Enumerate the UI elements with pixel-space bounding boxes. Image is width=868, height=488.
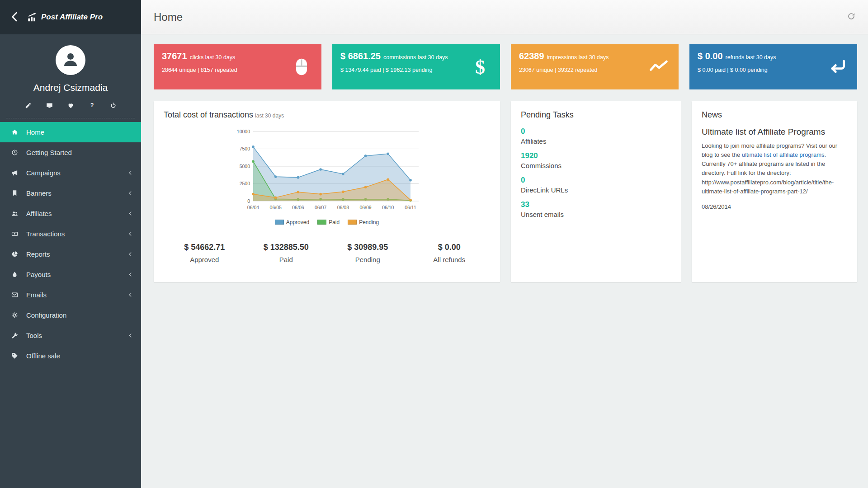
stat-card-clicks[interactable]: 37671clicks last 30 days 28644 unique | … — [154, 44, 321, 89]
svg-text:7500: 7500 — [240, 146, 250, 151]
svg-text:06/07: 06/07 — [315, 205, 326, 210]
dollar-icon: $ — [470, 57, 490, 77]
sidebar-item-label: Tools — [26, 332, 42, 339]
mouse-icon — [292, 57, 311, 77]
svg-text:2500: 2500 — [240, 181, 250, 186]
megaphone-icon — [11, 169, 26, 176]
legend-swatch — [317, 220, 326, 225]
total-label: Pending — [327, 256, 409, 263]
svg-text:06/11: 06/11 — [405, 205, 416, 210]
task-direclink-urls: 0 DirecLink URLs — [521, 176, 671, 194]
legend-swatch — [348, 220, 357, 225]
svg-text:06/08: 06/08 — [337, 205, 349, 210]
stat-card-impressions[interactable]: 62389impressions last 30 days 23067 uniq… — [511, 44, 679, 89]
task-unsent-emails: 33 Unsent emails — [521, 200, 671, 218]
task-commissions: 1920 Commissions — [521, 151, 671, 169]
clock-icon — [11, 149, 26, 156]
chart-legend: ApprovedPaidPending — [164, 219, 490, 225]
stat-card-commissions[interactable]: $ 6861.25commissions last 30 days $ 1347… — [332, 44, 500, 89]
sidebar-item-banners[interactable]: Banners — [0, 183, 141, 203]
sidebar-item-reports[interactable]: Reports — [0, 244, 141, 264]
sidebar-item-offline-sale[interactable]: Offline sale — [0, 346, 141, 366]
svg-text:06/06: 06/06 — [292, 205, 304, 210]
back-button[interactable] — [0, 10, 27, 24]
stat-label: refunds last 30 days — [726, 54, 776, 61]
banner-icon — [11, 190, 26, 197]
page-header: Home — [141, 0, 868, 34]
sidebar-item-emails[interactable]: Emails — [0, 285, 141, 305]
sidebar-item-affiliates[interactable]: Affiliates — [0, 203, 141, 224]
stat-detail: 23067 unique | 39322 repeated — [519, 67, 637, 73]
power-icon[interactable] — [110, 102, 117, 109]
stat-label: commissions last 30 days — [383, 54, 448, 61]
svg-text:10000: 10000 — [237, 129, 250, 134]
pencil-icon[interactable] — [25, 102, 32, 109]
svg-text:?: ? — [90, 102, 94, 108]
sidebar-item-payouts[interactable]: Payouts — [0, 264, 141, 285]
gear-icon — [11, 312, 26, 319]
chevron-left-icon — [128, 333, 133, 338]
transactions-totals: $ 54662.71 Approved $ 132885.50 Paid $ 3… — [164, 243, 490, 263]
task-label: Affiliates — [521, 137, 671, 145]
legend-swatch — [275, 220, 284, 225]
app-logo-text: Post Affiliate Pro — [41, 13, 103, 22]
monitor-icon[interactable] — [46, 102, 53, 109]
news-panel: News Ultimate list of Affiliate Programs… — [692, 101, 857, 282]
stat-value: $ 6861.25 — [340, 51, 381, 61]
task-label: Unsent emails — [521, 211, 671, 218]
avatar[interactable] — [56, 45, 85, 75]
total-label: Approved — [164, 256, 245, 263]
svg-text:06/05: 06/05 — [270, 205, 282, 210]
sidebar-item-transactions[interactable]: Transactions — [0, 224, 141, 244]
sidebar-item-getting-started[interactable]: Getting Started — [0, 142, 141, 163]
sidebar-item-tools[interactable]: Tools — [0, 325, 141, 346]
sidebar-item-configuration[interactable]: Configuration — [0, 305, 141, 325]
total-label: Paid — [245, 256, 327, 263]
sidebar-item-label: Emails — [26, 291, 47, 299]
quick-actions: ? — [0, 102, 141, 109]
sidebar-item-campaigns[interactable]: Campaigns — [0, 163, 141, 183]
sidebar-header: Post Affiliate Pro — [0, 0, 141, 34]
sidebar: Post Affiliate Pro Andrej Csizmadia ? Ho… — [0, 0, 141, 488]
legend-item-paid: Paid — [317, 219, 340, 225]
task-count[interactable]: 0 — [521, 127, 671, 136]
heart-icon[interactable] — [67, 102, 74, 109]
stat-value: $ 0.00 — [698, 51, 723, 61]
chevron-left-icon — [128, 252, 133, 257]
task-count[interactable]: 33 — [521, 200, 671, 209]
refresh-button[interactable] — [847, 12, 855, 22]
task-label: Commissions — [521, 162, 671, 169]
person-icon — [61, 49, 80, 71]
money-icon — [11, 230, 26, 237]
sidebar-item-label: Getting Started — [26, 149, 72, 156]
transactions-panel: Total cost of transactionslast 30 days 0… — [154, 101, 500, 282]
stat-value: 37671 — [162, 51, 187, 61]
sidebar-item-label: Offline sale — [26, 352, 60, 360]
news-link[interactable]: ultimate list of affiliate programs — [742, 151, 825, 158]
total-value: $ 0.00 — [409, 243, 491, 252]
app-logo[interactable]: Post Affiliate Pro — [27, 12, 103, 22]
task-count[interactable]: 0 — [521, 176, 671, 185]
chevron-left-icon — [128, 292, 133, 297]
panels-row: Total cost of transactionslast 30 days 0… — [154, 101, 857, 282]
pie-chart-icon — [11, 251, 26, 258]
stat-detail: $ 0.00 paid | $ 0.00 pending — [698, 67, 816, 73]
stat-card-refunds[interactable]: $ 0.00refunds last 30 days $ 0.00 paid |… — [689, 44, 857, 89]
chevron-left-icon — [128, 272, 133, 277]
home-icon — [11, 129, 26, 136]
chevron-left-icon — [128, 170, 133, 175]
task-count[interactable]: 1920 — [521, 151, 671, 160]
transactions-panel-subtitle: last 30 days — [255, 113, 284, 119]
bar-chart-icon — [27, 12, 37, 22]
trend-icon — [649, 57, 669, 77]
user-name: Andrej Csizmadia — [0, 82, 141, 93]
question-icon[interactable]: ? — [89, 102, 95, 109]
total-value: $ 132885.50 — [245, 243, 327, 252]
sidebar-item-home[interactable]: Home — [0, 122, 141, 142]
svg-text:06/10: 06/10 — [382, 205, 394, 210]
return-icon — [827, 57, 847, 77]
svg-text:06/04: 06/04 — [247, 205, 259, 210]
total-value: $ 54662.71 — [164, 243, 245, 252]
news-date: 08/26/2014 — [702, 203, 847, 210]
total-label: All refunds — [409, 256, 491, 263]
